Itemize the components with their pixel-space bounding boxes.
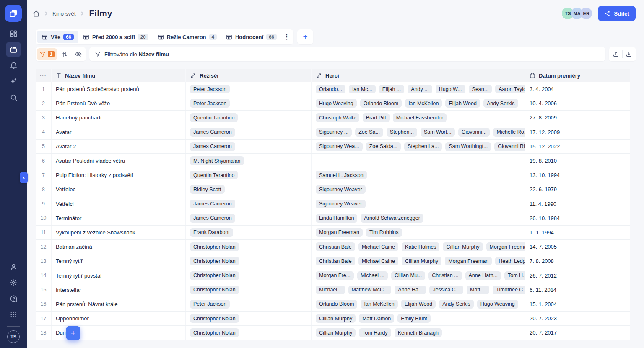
film-name-cell[interactable]: Vykoupení z věznice Shawshank xyxy=(52,226,186,239)
view-tab[interactable]: Režie Cameron4 xyxy=(153,31,221,43)
director-cell[interactable]: Christopher Nolan xyxy=(186,312,312,325)
row-number[interactable]: 5 xyxy=(36,140,52,153)
import-button[interactable] xyxy=(623,48,635,60)
row-number[interactable]: 1 xyxy=(36,82,52,96)
actors-cell[interactable]: Christian BaleMichael CaineCillian Murph… xyxy=(312,254,525,268)
table-row[interactable]: 5Avatar 2James CameronSigourney Wea...Zo… xyxy=(36,140,630,154)
user-icon[interactable] xyxy=(6,259,21,274)
row-number[interactable]: 2 xyxy=(36,96,52,110)
actors-cell[interactable]: Linda HamiltonArnold Schwarzenegger xyxy=(312,211,525,225)
film-name-cell[interactable]: Terminátor xyxy=(52,211,186,225)
director-cell[interactable]: Frank Darabont xyxy=(186,226,312,239)
film-name-cell[interactable]: Hanebný pancharti xyxy=(52,111,186,125)
column-header[interactable]: Herci xyxy=(312,69,525,82)
premiere-date-cell[interactable]: 20. 7. 2017 xyxy=(525,326,630,340)
row-menu-header[interactable]: ··· xyxy=(36,69,52,82)
bell-icon[interactable] xyxy=(6,58,21,73)
actors-cell[interactable]: Samuel L. Jackson xyxy=(312,168,525,182)
breadcrumb-base-link[interactable]: Kino svět xyxy=(52,10,76,17)
app-logo[interactable] xyxy=(5,5,22,22)
director-cell[interactable]: Christopher Nolan xyxy=(186,326,312,340)
column-header[interactable]: Režisér xyxy=(186,69,312,82)
actors-cell[interactable]: Michael...Matthew McC...Anne Ha...Jessic… xyxy=(312,283,525,297)
director-cell[interactable]: Peter Jackson xyxy=(186,96,312,110)
row-number[interactable]: 6 xyxy=(36,154,52,168)
table-row[interactable]: 8VetřelecRidley ScottSigourney Weaver22.… xyxy=(36,182,630,197)
premiere-date-cell[interactable]: 6. 11. 2014 xyxy=(525,283,630,297)
actors-cell[interactable]: Sigourney Wea...Zoe Salda...Stephen La..… xyxy=(312,140,525,153)
share-button[interactable]: Sdílet xyxy=(598,6,636,21)
table-row[interactable]: 17OppenheimerChristopher NolanCillian Mu… xyxy=(36,312,630,326)
filter-button[interactable]: 1 xyxy=(37,48,57,60)
sort-button[interactable] xyxy=(58,48,71,60)
director-cell[interactable]: Quentin Tarantino xyxy=(186,168,312,182)
user-avatar[interactable]: TS xyxy=(7,330,20,343)
row-number[interactable]: 3 xyxy=(36,111,52,125)
film-name-cell[interactable]: Batman začíná xyxy=(52,240,186,254)
row-number[interactable]: 17 xyxy=(36,312,52,325)
dashboard-icon[interactable] xyxy=(6,26,21,41)
film-name-cell[interactable]: Avatar 2 xyxy=(52,140,186,153)
add-view-button[interactable]: + xyxy=(297,29,313,44)
actors-cell[interactable]: Orlando...Ian Mc...Elijah ...Andy ...Hug… xyxy=(312,82,525,96)
director-cell[interactable]: Ridley Scott xyxy=(186,182,312,196)
row-number[interactable]: 9 xyxy=(36,197,52,211)
actors-cell[interactable]: Christoph WaltzBrad PittMichael Fassbend… xyxy=(312,111,525,125)
row-number[interactable]: 15 xyxy=(36,283,52,297)
gear-icon[interactable] xyxy=(6,275,21,290)
row-number[interactable]: 18 xyxy=(36,326,52,340)
director-cell[interactable]: Christopher Nolan xyxy=(186,283,312,297)
actors-cell[interactable]: Cillian MurphyMatt DamonEmily Blunt xyxy=(312,312,525,325)
premiere-date-cell[interactable]: 11. 4. 1990 xyxy=(525,197,630,211)
director-cell[interactable]: Peter Jackson xyxy=(186,82,312,96)
table-row[interactable]: 13Temný rytířChristopher NolanChristian … xyxy=(36,254,630,268)
actors-cell[interactable]: Morgan Fre...Michael ...Cillian Mu...Chr… xyxy=(312,268,525,282)
view-tab[interactable]: Před 2000 a scifi20 xyxy=(78,31,153,43)
hide-fields-button[interactable] xyxy=(72,48,85,60)
row-number[interactable]: 12 xyxy=(36,240,52,254)
row-number[interactable]: 10 xyxy=(36,211,52,225)
director-cell[interactable]: Christopher Nolan xyxy=(186,268,312,282)
premiere-date-cell[interactable]: 26. 10. 1984 xyxy=(525,211,630,225)
table-row[interactable]: 6Avatar Poslední vládce větruM. Night Sh… xyxy=(36,154,630,168)
view-more-menu-button[interactable]: ⋮ xyxy=(281,31,292,43)
premiere-date-cell[interactable]: 14. 7. 2005 xyxy=(525,240,630,254)
director-cell[interactable]: James Cameron xyxy=(186,197,312,211)
column-header[interactable]: Název filmu xyxy=(52,69,186,82)
director-cell[interactable]: James Cameron xyxy=(186,140,312,153)
film-name-cell[interactable]: Pulp Fiction: Historky z podsvětí xyxy=(52,168,186,182)
film-name-cell[interactable]: Pán prstenů: Návrat krále xyxy=(52,297,186,311)
premiere-date-cell[interactable]: 22. 6. 1979 xyxy=(525,182,630,196)
table-row[interactable]: 15InterstellarChristopher NolanMichael..… xyxy=(36,283,630,297)
table-row[interactable]: 3Hanebný panchartiQuentin TarantinoChris… xyxy=(36,111,630,125)
film-name-cell[interactable]: Avatar Poslední vládce větru xyxy=(52,154,186,168)
film-name-cell[interactable]: Interstellar xyxy=(52,283,186,297)
table-row[interactable]: 16Pán prstenů: Návrat králePeter Jackson… xyxy=(36,297,630,312)
premiere-date-cell[interactable]: 10. 4. 2006 xyxy=(525,96,630,110)
film-name-cell[interactable]: Temný rytíř povstal xyxy=(52,268,186,282)
director-cell[interactable]: M. Night Shyamalan xyxy=(186,154,312,168)
row-number[interactable]: 14 xyxy=(36,268,52,282)
help-icon[interactable] xyxy=(6,291,21,306)
director-cell[interactable]: Christopher Nolan xyxy=(186,254,312,268)
premiere-date-cell[interactable]: 7. 8. 2008 xyxy=(525,254,630,268)
film-name-cell[interactable]: Oppenheimer xyxy=(52,312,186,325)
filter-status-bar[interactable]: Filtrováno dle Název filmu xyxy=(89,47,605,61)
film-name-cell[interactable]: Pán prstenů Společenstvo prstenů xyxy=(52,82,186,96)
director-cell[interactable]: James Cameron xyxy=(186,211,312,225)
actors-cell[interactable]: Christian BaleMichael CaineKatie HolmesC… xyxy=(312,240,525,254)
premiere-date-cell[interactable]: 20. 7. 2023 xyxy=(525,312,630,325)
premiere-date-cell[interactable]: 27. 8. 2009 xyxy=(525,111,630,125)
film-name-cell[interactable]: Avatar xyxy=(52,125,186,139)
row-number[interactable]: 13 xyxy=(36,254,52,268)
film-name-cell[interactable]: Pán Prstenů Dvě věže xyxy=(52,96,186,110)
director-cell[interactable]: James Cameron xyxy=(186,125,312,139)
sparkle-icon[interactable] xyxy=(6,74,21,89)
actors-cell[interactable]: Sigourney Weaver xyxy=(312,182,525,196)
collaborator-avatar[interactable]: ER xyxy=(580,8,592,19)
table-row[interactable]: 18DunkerkChristopher NolanCillian Murphy… xyxy=(36,326,630,340)
home-icon[interactable] xyxy=(33,10,40,17)
premiere-date-cell[interactable]: 17. 12. 2009 xyxy=(525,125,630,139)
search-icon[interactable] xyxy=(6,90,21,105)
premiere-date-cell[interactable]: 19. 8. 2010 xyxy=(525,154,630,168)
